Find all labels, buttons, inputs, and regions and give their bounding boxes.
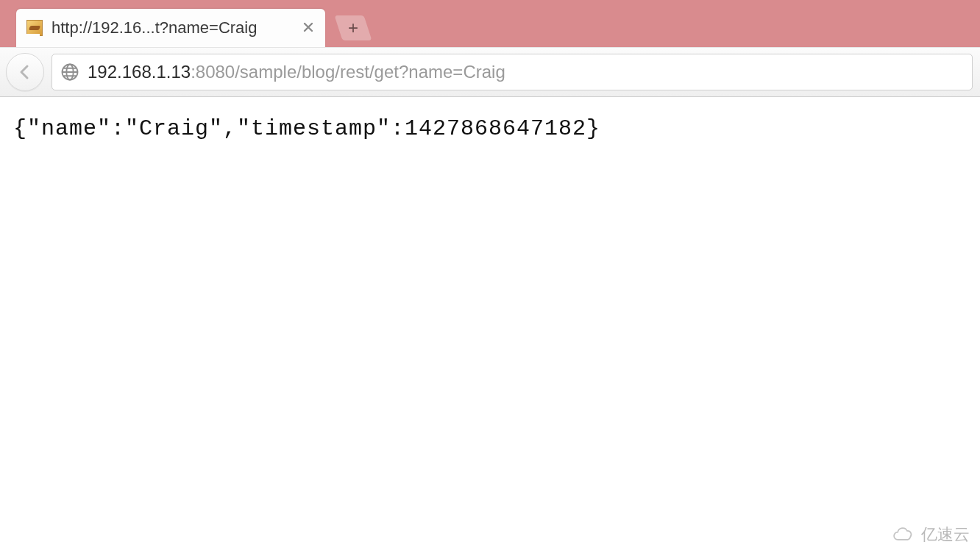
tab-close-button[interactable] [302, 21, 315, 35]
watermark-text: 亿速云 [921, 524, 970, 546]
watermark: 亿速云 [890, 524, 970, 546]
cloud-icon [890, 527, 915, 543]
address-bar[interactable]: 192.168.1.13:8080/sample/blog/rest/get?n… [52, 54, 973, 90]
tab-strip: http://192.16...t?name=Craig + [0, 0, 980, 47]
url-text: 192.168.1.13:8080/sample/blog/rest/get?n… [88, 62, 505, 82]
browser-tab[interactable]: http://192.16...t?name=Craig [16, 9, 325, 47]
back-button[interactable] [6, 53, 44, 91]
new-tab-button[interactable]: + [334, 15, 372, 40]
globe-icon [60, 62, 80, 82]
tab-title: http://192.16...t?name=Craig [52, 18, 291, 38]
page-content: {"name":"Craig","timestamp":142786864718… [0, 97, 980, 160]
close-icon [302, 21, 314, 33]
toolbar: 192.168.1.13:8080/sample/blog/rest/get?n… [0, 47, 980, 97]
tab-favicon-icon [26, 20, 43, 36]
url-host: 192.168.1.13 [88, 62, 191, 82]
arrow-left-icon [16, 63, 34, 81]
url-path: :8080/sample/blog/rest/get?name=Craig [191, 62, 505, 82]
plus-icon: + [348, 18, 358, 38]
response-body: {"name":"Craig","timestamp":142786864718… [13, 116, 967, 141]
